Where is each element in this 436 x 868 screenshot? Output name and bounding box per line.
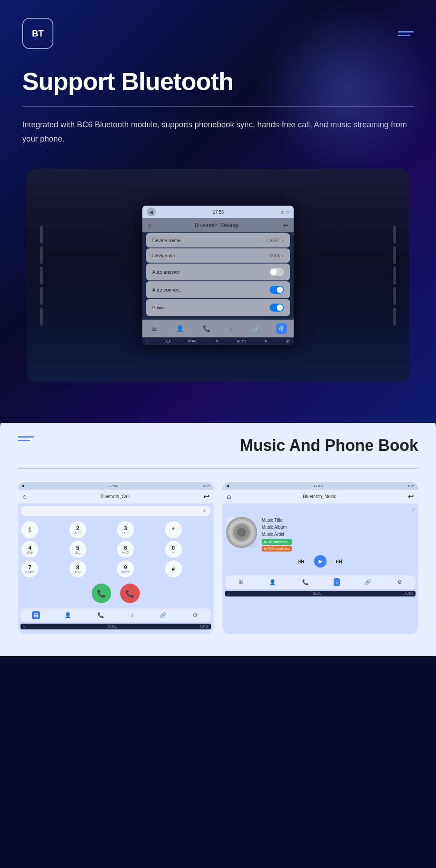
screen-nav-bar: ⊞ 👤 📞 ♪ 🔗 ⚙ xyxy=(142,320,294,337)
device-name-label: Device name xyxy=(152,238,181,243)
screen-status-bar: ◀ 17:53 ∧ ▭ xyxy=(142,206,294,218)
bottom-vol: 🔊 xyxy=(286,339,290,343)
contacts-nav-icon[interactable]: 👤 xyxy=(174,323,186,334)
screen-back-button[interactable]: ◀ xyxy=(147,207,156,216)
screen-time: 17:53 xyxy=(213,210,224,215)
auto-answer-row[interactable]: Auto answer xyxy=(146,264,290,280)
power-toggle[interactable] xyxy=(270,304,284,312)
dial-4[interactable]: 4GHI xyxy=(21,541,38,558)
hero-description: Integrated with BC6 Bluetooth module, su… xyxy=(22,118,414,146)
auto-connect-row[interactable]: Auto connect xyxy=(146,281,290,298)
features-header: Music And Phone Book xyxy=(18,436,418,455)
music-phone-nav[interactable]: 📞 xyxy=(300,578,311,586)
call-settings-nav[interactable]: ⚙ xyxy=(191,611,199,619)
music-screen-title: Bluetooth_Music xyxy=(303,494,336,499)
features-menu-line-1 xyxy=(18,436,34,438)
call-title-bar: ⌂ Bluetooth_Call ↩ xyxy=(18,490,214,503)
call-screen-card: ◀ 17:53 ∧ ▭ ⌂ Bluetooth_Call ↩ ✕ 1 2ABC … xyxy=(18,482,214,634)
screen-bottom-bar: ⌂ ⏻ DUAL ❄ AUTO ↻ 🔊 xyxy=(142,337,294,345)
menu-icon[interactable] xyxy=(398,31,414,36)
dial-1[interactable]: 1 xyxy=(21,521,38,538)
call-back-btn[interactable]: ◀ xyxy=(21,484,24,488)
auto-connect-toggle[interactable] xyxy=(270,286,284,294)
album-disc xyxy=(226,517,257,548)
music-text: Music Title Music Album Music Artist A2D… xyxy=(262,517,292,552)
track-artist: Music Artist xyxy=(262,531,292,538)
power-row[interactable]: Power xyxy=(146,299,290,316)
cb-power: DUAL xyxy=(108,625,117,628)
prev-track-btn[interactable]: ⏮ xyxy=(298,557,305,565)
call-phone-nav[interactable]: 📞 xyxy=(96,611,106,619)
settings-nav-icon[interactable]: ⚙ xyxy=(276,323,287,334)
call-status-icons: ∧ ▭ xyxy=(203,484,210,488)
avrcp-badge: AVRCP connected xyxy=(262,546,292,552)
call-link-nav[interactable]: 🔗 xyxy=(158,611,168,619)
home-icon[interactable]: ⌂ xyxy=(148,222,151,229)
bottom-power: ⏻ xyxy=(166,339,170,343)
mini-screens-row: ◀ 17:53 ∧ ▭ ⌂ Bluetooth_Call ↩ ✕ 1 2ABC … xyxy=(18,482,418,634)
music-time: 17:53 xyxy=(314,484,323,488)
apps-nav-icon[interactable]: ⊞ xyxy=(149,323,160,334)
device-name-row[interactable]: Device name CarBT › xyxy=(146,233,290,247)
back-arrow-icon[interactable]: ↩ xyxy=(283,222,288,229)
dial-2[interactable]: 2ABC xyxy=(69,521,86,538)
link-nav-icon[interactable]: 🔗 xyxy=(249,323,262,334)
music-note-icon: ♪ xyxy=(222,503,418,514)
music-status-bar: ◀ 17:53 ∧ ▭ xyxy=(222,482,418,490)
bluetooth-settings-screen: ◀ 17:53 ∧ ▭ ⌂ Bluetooth_Settings ↩ Devic… xyxy=(142,206,294,345)
call-home-icon[interactable]: ⌂ xyxy=(22,493,27,501)
music-nav-icon[interactable]: ♪ xyxy=(227,323,235,334)
features-menu-icon[interactable] xyxy=(18,436,34,441)
music-info-row: Music Title Music Album Music Artist A2D… xyxy=(226,517,415,552)
next-track-btn[interactable]: ⏭ xyxy=(335,557,343,565)
clear-icon[interactable]: ✕ xyxy=(202,508,206,514)
car-background: ◀ 17:53 ∧ ▭ ⌂ Bluetooth_Settings ↩ Devic… xyxy=(27,169,409,382)
call-screen-title: Bluetooth_Call xyxy=(101,494,129,499)
dial-6[interactable]: 6MNO xyxy=(117,541,134,558)
dial-7[interactable]: 7PQRS xyxy=(21,560,38,577)
phone-nav-icon[interactable]: 📞 xyxy=(200,323,213,334)
music-contacts-nav[interactable]: 👤 xyxy=(267,578,278,586)
call-contacts-nav[interactable]: 👤 xyxy=(63,611,73,619)
auto-answer-toggle[interactable] xyxy=(270,268,284,276)
bottom-home: ⌂ xyxy=(146,339,148,343)
dial-hash[interactable]: # xyxy=(165,560,182,577)
dial-input[interactable]: ✕ xyxy=(21,506,210,516)
music-content: Music Title Music Album Music Artist A2D… xyxy=(222,514,418,574)
hero-divider xyxy=(22,106,414,107)
dial-star[interactable]: * xyxy=(165,521,182,538)
music-back-arrow[interactable]: ↩ xyxy=(408,492,414,501)
call-time: 17:53 xyxy=(109,484,118,488)
music-link-nav[interactable]: 🔗 xyxy=(363,578,373,586)
dial-9[interactable]: 9WXYZ xyxy=(117,560,134,577)
call-green-button[interactable]: 📞 xyxy=(92,584,111,603)
call-apps-nav[interactable]: ⊞ xyxy=(32,611,40,619)
dial-3[interactable]: 3DEF xyxy=(117,521,134,538)
call-status-bar: ◀ 17:53 ∧ ▭ xyxy=(18,482,214,490)
dial-0[interactable]: 0+ xyxy=(165,541,182,558)
bt-logo: BT xyxy=(22,18,53,49)
call-red-button[interactable]: 📞 xyxy=(120,584,140,603)
call-nav-bar: ⊞ 👤 📞 ♪ 🔗 ⚙ xyxy=(20,608,211,622)
music-back-btn[interactable]: ◀ xyxy=(226,484,229,488)
screen-status-icons: ∧ ▭ xyxy=(281,210,289,215)
auto-connect-label: Auto connect xyxy=(152,287,181,292)
music-home-icon[interactable]: ⌂ xyxy=(227,493,231,501)
music-screen-card: ◀ 17:53 ∧ ▭ ⌂ Bluetooth_Music ↩ ♪ Music … xyxy=(222,482,418,634)
music-music-nav[interactable]: ♪ xyxy=(334,578,340,586)
call-music-nav[interactable]: ♪ xyxy=(129,611,135,619)
call-back-arrow[interactable]: ↩ xyxy=(203,492,209,501)
music-apps-nav[interactable]: ⊞ xyxy=(237,578,245,586)
mb-auto: AUTO xyxy=(404,592,413,595)
music-settings-nav[interactable]: ⚙ xyxy=(396,578,404,586)
dial-8[interactable]: 8TUV xyxy=(69,560,86,577)
device-pin-row[interactable]: Device pin 0000 › xyxy=(146,248,290,263)
menu-line-1 xyxy=(398,31,414,32)
hero-section: BT Support Bluetooth Integrated with BC6… xyxy=(0,0,436,423)
features-section: Music And Phone Book ◀ 17:53 ∧ ▭ ⌂ Bluet… xyxy=(0,414,436,656)
a2dp-badge: A2DP connected xyxy=(262,539,292,545)
play-pause-btn[interactable]: ▶ xyxy=(314,555,327,568)
bottom-dual: DUAL xyxy=(188,339,197,343)
dial-5[interactable]: 5JKL xyxy=(69,541,86,558)
album-art xyxy=(226,517,257,548)
